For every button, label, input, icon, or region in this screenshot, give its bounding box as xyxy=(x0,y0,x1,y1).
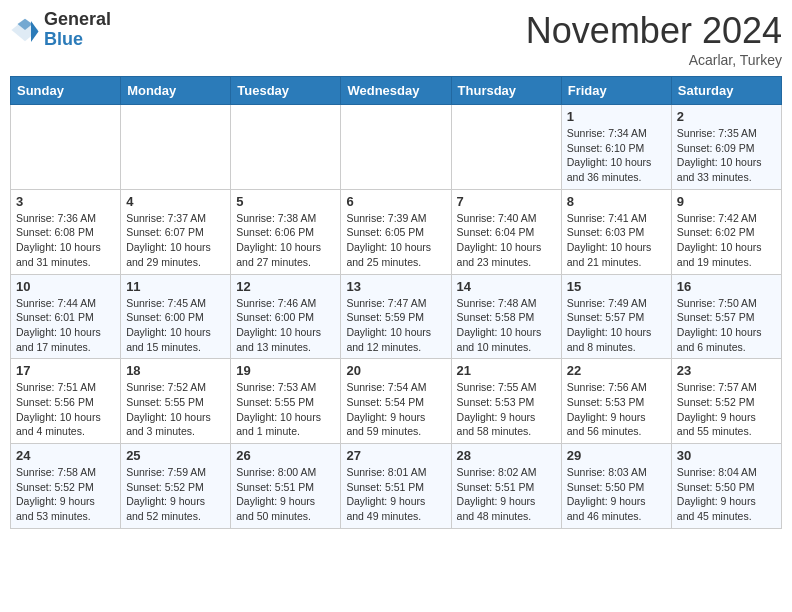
calendar-cell: 9Sunrise: 7:42 AM Sunset: 6:02 PM Daylig… xyxy=(671,189,781,274)
day-number: 2 xyxy=(677,109,776,124)
calendar-cell: 6Sunrise: 7:39 AM Sunset: 6:05 PM Daylig… xyxy=(341,189,451,274)
weekday-header-row: SundayMondayTuesdayWednesdayThursdayFrid… xyxy=(11,77,782,105)
day-number: 24 xyxy=(16,448,115,463)
calendar-cell: 1Sunrise: 7:34 AM Sunset: 6:10 PM Daylig… xyxy=(561,105,671,190)
day-content: Sunrise: 7:59 AM Sunset: 5:52 PM Dayligh… xyxy=(126,465,225,524)
calendar-cell: 10Sunrise: 7:44 AM Sunset: 6:01 PM Dayli… xyxy=(11,274,121,359)
day-number: 26 xyxy=(236,448,335,463)
day-content: Sunrise: 8:04 AM Sunset: 5:50 PM Dayligh… xyxy=(677,465,776,524)
calendar-cell: 28Sunrise: 8:02 AM Sunset: 5:51 PM Dayli… xyxy=(451,444,561,529)
calendar-cell: 30Sunrise: 8:04 AM Sunset: 5:50 PM Dayli… xyxy=(671,444,781,529)
day-content: Sunrise: 7:53 AM Sunset: 5:55 PM Dayligh… xyxy=(236,380,335,439)
week-row-4: 24Sunrise: 7:58 AM Sunset: 5:52 PM Dayli… xyxy=(11,444,782,529)
weekday-header-saturday: Saturday xyxy=(671,77,781,105)
title-section: November 2024 Acarlar, Turkey xyxy=(526,10,782,68)
weekday-header-monday: Monday xyxy=(121,77,231,105)
day-content: Sunrise: 8:02 AM Sunset: 5:51 PM Dayligh… xyxy=(457,465,556,524)
logo-general: General xyxy=(44,10,111,30)
weekday-header-sunday: Sunday xyxy=(11,77,121,105)
week-row-3: 17Sunrise: 7:51 AM Sunset: 5:56 PM Dayli… xyxy=(11,359,782,444)
calendar-cell: 26Sunrise: 8:00 AM Sunset: 5:51 PM Dayli… xyxy=(231,444,341,529)
calendar-cell: 13Sunrise: 7:47 AM Sunset: 5:59 PM Dayli… xyxy=(341,274,451,359)
calendar-table: SundayMondayTuesdayWednesdayThursdayFrid… xyxy=(10,76,782,529)
calendar-cell: 14Sunrise: 7:48 AM Sunset: 5:58 PM Dayli… xyxy=(451,274,561,359)
day-number: 14 xyxy=(457,279,556,294)
calendar-cell: 21Sunrise: 7:55 AM Sunset: 5:53 PM Dayli… xyxy=(451,359,561,444)
day-number: 25 xyxy=(126,448,225,463)
weekday-header-wednesday: Wednesday xyxy=(341,77,451,105)
calendar-cell xyxy=(121,105,231,190)
calendar-cell: 15Sunrise: 7:49 AM Sunset: 5:57 PM Dayli… xyxy=(561,274,671,359)
calendar-cell: 7Sunrise: 7:40 AM Sunset: 6:04 PM Daylig… xyxy=(451,189,561,274)
calendar-cell: 24Sunrise: 7:58 AM Sunset: 5:52 PM Dayli… xyxy=(11,444,121,529)
calendar-cell: 27Sunrise: 8:01 AM Sunset: 5:51 PM Dayli… xyxy=(341,444,451,529)
day-content: Sunrise: 7:44 AM Sunset: 6:01 PM Dayligh… xyxy=(16,296,115,355)
calendar-cell: 11Sunrise: 7:45 AM Sunset: 6:00 PM Dayli… xyxy=(121,274,231,359)
day-content: Sunrise: 7:35 AM Sunset: 6:09 PM Dayligh… xyxy=(677,126,776,185)
calendar-cell: 16Sunrise: 7:50 AM Sunset: 5:57 PM Dayli… xyxy=(671,274,781,359)
day-content: Sunrise: 7:52 AM Sunset: 5:55 PM Dayligh… xyxy=(126,380,225,439)
day-number: 4 xyxy=(126,194,225,209)
day-content: Sunrise: 7:36 AM Sunset: 6:08 PM Dayligh… xyxy=(16,211,115,270)
calendar-cell: 3Sunrise: 7:36 AM Sunset: 6:08 PM Daylig… xyxy=(11,189,121,274)
calendar-cell: 25Sunrise: 7:59 AM Sunset: 5:52 PM Dayli… xyxy=(121,444,231,529)
day-content: Sunrise: 7:38 AM Sunset: 6:06 PM Dayligh… xyxy=(236,211,335,270)
day-number: 20 xyxy=(346,363,445,378)
day-content: Sunrise: 7:48 AM Sunset: 5:58 PM Dayligh… xyxy=(457,296,556,355)
calendar-cell: 12Sunrise: 7:46 AM Sunset: 6:00 PM Dayli… xyxy=(231,274,341,359)
day-number: 7 xyxy=(457,194,556,209)
day-number: 9 xyxy=(677,194,776,209)
calendar-cell xyxy=(341,105,451,190)
calendar-cell: 29Sunrise: 8:03 AM Sunset: 5:50 PM Dayli… xyxy=(561,444,671,529)
location: Acarlar, Turkey xyxy=(526,52,782,68)
day-number: 18 xyxy=(126,363,225,378)
day-content: Sunrise: 7:55 AM Sunset: 5:53 PM Dayligh… xyxy=(457,380,556,439)
calendar-cell: 18Sunrise: 7:52 AM Sunset: 5:55 PM Dayli… xyxy=(121,359,231,444)
calendar-cell: 4Sunrise: 7:37 AM Sunset: 6:07 PM Daylig… xyxy=(121,189,231,274)
calendar-cell: 8Sunrise: 7:41 AM Sunset: 6:03 PM Daylig… xyxy=(561,189,671,274)
day-content: Sunrise: 7:49 AM Sunset: 5:57 PM Dayligh… xyxy=(567,296,666,355)
day-content: Sunrise: 8:03 AM Sunset: 5:50 PM Dayligh… xyxy=(567,465,666,524)
day-content: Sunrise: 7:54 AM Sunset: 5:54 PM Dayligh… xyxy=(346,380,445,439)
day-content: Sunrise: 7:42 AM Sunset: 6:02 PM Dayligh… xyxy=(677,211,776,270)
day-number: 29 xyxy=(567,448,666,463)
day-content: Sunrise: 7:34 AM Sunset: 6:10 PM Dayligh… xyxy=(567,126,666,185)
weekday-header-friday: Friday xyxy=(561,77,671,105)
day-number: 15 xyxy=(567,279,666,294)
day-number: 12 xyxy=(236,279,335,294)
day-number: 10 xyxy=(16,279,115,294)
day-number: 8 xyxy=(567,194,666,209)
day-content: Sunrise: 7:58 AM Sunset: 5:52 PM Dayligh… xyxy=(16,465,115,524)
calendar-cell: 23Sunrise: 7:57 AM Sunset: 5:52 PM Dayli… xyxy=(671,359,781,444)
day-content: Sunrise: 7:40 AM Sunset: 6:04 PM Dayligh… xyxy=(457,211,556,270)
day-content: Sunrise: 7:50 AM Sunset: 5:57 PM Dayligh… xyxy=(677,296,776,355)
day-content: Sunrise: 7:57 AM Sunset: 5:52 PM Dayligh… xyxy=(677,380,776,439)
day-number: 30 xyxy=(677,448,776,463)
day-content: Sunrise: 7:41 AM Sunset: 6:03 PM Dayligh… xyxy=(567,211,666,270)
day-content: Sunrise: 7:56 AM Sunset: 5:53 PM Dayligh… xyxy=(567,380,666,439)
day-number: 6 xyxy=(346,194,445,209)
calendar-cell: 2Sunrise: 7:35 AM Sunset: 6:09 PM Daylig… xyxy=(671,105,781,190)
calendar-cell: 22Sunrise: 7:56 AM Sunset: 5:53 PM Dayli… xyxy=(561,359,671,444)
logo: General Blue xyxy=(10,10,111,50)
calendar-cell: 19Sunrise: 7:53 AM Sunset: 5:55 PM Dayli… xyxy=(231,359,341,444)
calendar-cell xyxy=(231,105,341,190)
day-number: 27 xyxy=(346,448,445,463)
logo-blue: Blue xyxy=(44,30,111,50)
day-number: 11 xyxy=(126,279,225,294)
day-number: 16 xyxy=(677,279,776,294)
day-content: Sunrise: 8:00 AM Sunset: 5:51 PM Dayligh… xyxy=(236,465,335,524)
weekday-header-tuesday: Tuesday xyxy=(231,77,341,105)
day-content: Sunrise: 7:39 AM Sunset: 6:05 PM Dayligh… xyxy=(346,211,445,270)
calendar-cell xyxy=(11,105,121,190)
day-number: 21 xyxy=(457,363,556,378)
week-row-1: 3Sunrise: 7:36 AM Sunset: 6:08 PM Daylig… xyxy=(11,189,782,274)
day-number: 13 xyxy=(346,279,445,294)
month-title: November 2024 xyxy=(526,10,782,52)
page-header: General Blue November 2024 Acarlar, Turk… xyxy=(10,10,782,68)
day-content: Sunrise: 7:51 AM Sunset: 5:56 PM Dayligh… xyxy=(16,380,115,439)
day-number: 1 xyxy=(567,109,666,124)
day-number: 17 xyxy=(16,363,115,378)
day-number: 28 xyxy=(457,448,556,463)
week-row-2: 10Sunrise: 7:44 AM Sunset: 6:01 PM Dayli… xyxy=(11,274,782,359)
